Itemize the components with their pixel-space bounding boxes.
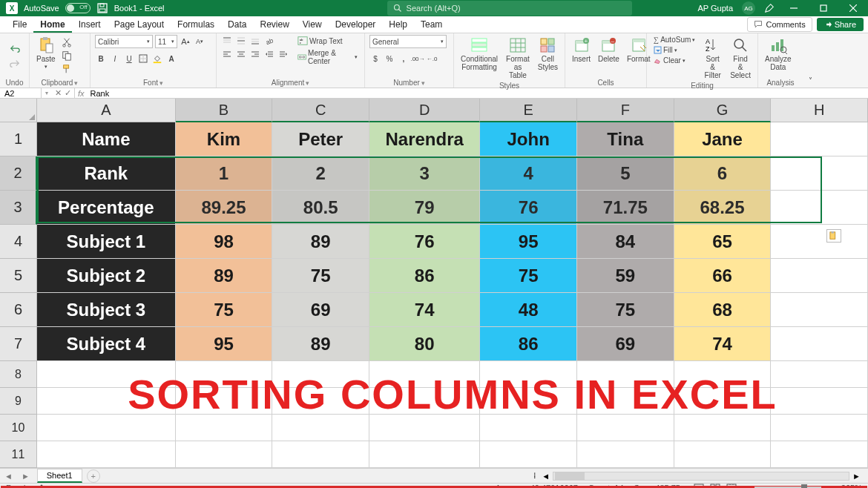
cell-C3[interactable]: 80.5 [272, 191, 369, 225]
cell-D11[interactable] [369, 441, 480, 468]
cell-C2[interactable]: 2 [272, 156, 369, 191]
scroll-right-button[interactable]: ► [849, 472, 864, 481]
menu-page-layout[interactable]: Page Layout [108, 16, 171, 33]
cell-D4[interactable]: 76 [369, 225, 480, 259]
copy-button[interactable] [61, 50, 73, 62]
row-header-9[interactable]: 9 [0, 388, 37, 415]
enter-formula-button[interactable]: ✓ [65, 88, 71, 98]
cell-G5[interactable]: 66 [674, 259, 772, 293]
menu-help[interactable]: Help [382, 16, 414, 33]
menu-data[interactable]: Data [221, 16, 253, 33]
cell-A3[interactable]: Percentage [37, 191, 176, 225]
share-button[interactable]: Share [817, 18, 864, 31]
menu-formulas[interactable]: Formulas [171, 16, 221, 33]
cell-E6[interactable]: 48 [480, 293, 577, 327]
row-header-4[interactable]: 4 [0, 225, 37, 259]
cancel-formula-button[interactable]: ✕ [55, 88, 62, 98]
save-icon[interactable] [96, 2, 108, 14]
cell-C1[interactable]: Peter [272, 122, 369, 156]
row-header-10[interactable]: 10 [0, 415, 37, 441]
cell-F3[interactable]: 71.75 [577, 191, 674, 225]
increase-decimal-button[interactable]: .00→ [412, 53, 424, 65]
menu-view[interactable]: View [296, 16, 329, 33]
cell-F2[interactable]: 5 [577, 156, 674, 191]
align-top-button[interactable] [221, 35, 233, 47]
sheet-tab[interactable]: Sheet1 [37, 469, 82, 483]
user-avatar[interactable]: AG [742, 1, 755, 15]
paste-options-button[interactable] [826, 229, 841, 243]
row-header-2[interactable]: 2 [0, 156, 37, 191]
row-header-8[interactable]: 8 [0, 361, 37, 388]
cell-H3[interactable] [771, 191, 868, 225]
cell-B4[interactable]: 98 [176, 225, 273, 259]
cell-G6[interactable]: 68 [674, 293, 772, 327]
cell-E11[interactable] [480, 441, 577, 468]
conditional-formatting-button[interactable]: Conditional Formatting [458, 35, 500, 73]
cell-E2[interactable]: 4 [480, 156, 577, 191]
row-header-11[interactable]: 11 [0, 441, 37, 468]
orientation-button[interactable]: ab [263, 35, 275, 47]
cell-G4[interactable]: 65 [674, 225, 772, 259]
comments-button[interactable]: Comments [747, 17, 812, 32]
row-header-1[interactable]: 1 [0, 122, 37, 156]
column-header-G[interactable]: G [674, 99, 772, 122]
horizontal-scrollbar[interactable] [553, 472, 849, 481]
cell-H11[interactable] [771, 441, 868, 468]
cell-H5[interactable] [771, 259, 868, 293]
cell-C7[interactable]: 89 [272, 327, 369, 361]
close-button[interactable] [843, 0, 864, 16]
cell-A6[interactable]: Subject 3 [37, 293, 176, 327]
cell-G10[interactable] [674, 415, 772, 441]
cell-A7[interactable]: Subject 4 [37, 327, 176, 361]
cell-F6[interactable]: 75 [577, 293, 674, 327]
sort-filter-button[interactable]: AZSort & Filter [700, 35, 725, 81]
cell-styles-button[interactable]: Cell Styles [536, 35, 560, 73]
fill-color-button[interactable] [151, 53, 163, 65]
align-middle-button[interactable] [235, 35, 247, 47]
menu-team[interactable]: Team [414, 16, 449, 33]
cell-E3[interactable]: 76 [480, 191, 577, 225]
cell-G11[interactable] [674, 441, 772, 468]
cell-H7[interactable] [771, 327, 868, 361]
select-all-corner[interactable] [0, 99, 37, 122]
cell-A11[interactable] [37, 441, 176, 468]
align-center-button[interactable] [235, 48, 247, 60]
formula-input[interactable]: Rank [88, 89, 868, 98]
cell-E1[interactable]: John [480, 122, 577, 156]
cell-A10[interactable] [37, 415, 176, 441]
menu-developer[interactable]: Developer [329, 16, 383, 33]
row-header-7[interactable]: 7 [0, 327, 37, 361]
decrease-indent-button[interactable] [263, 48, 275, 60]
cell-C4[interactable]: 89 [272, 225, 369, 259]
column-header-F[interactable]: F [577, 99, 674, 122]
column-header-H[interactable]: H [771, 99, 868, 122]
cell-B7[interactable]: 95 [176, 327, 273, 361]
autosave-toggle[interactable] [65, 3, 91, 13]
row-header-3[interactable]: 3 [0, 191, 37, 225]
cell-D2[interactable]: 3 [369, 156, 480, 191]
fill-button[interactable]: Fill ▾ [651, 45, 697, 55]
cell-E7[interactable]: 86 [480, 327, 577, 361]
cell-D5[interactable]: 86 [369, 259, 480, 293]
wrap-text-button[interactable]: abcWrap Text [295, 35, 360, 47]
name-box[interactable]: A2 [0, 88, 42, 98]
cell-E4[interactable]: 95 [480, 225, 577, 259]
align-bottom-button[interactable] [249, 35, 261, 47]
italic-button[interactable]: I [109, 53, 121, 65]
add-sheet-button[interactable]: + [87, 469, 100, 483]
cell-D1[interactable]: Narendra [369, 122, 480, 156]
merge-center-button[interactable]: Merge & Center ▾ [295, 48, 360, 66]
cell-A1[interactable]: Name [37, 122, 176, 156]
menu-file[interactable]: File [6, 16, 33, 33]
cell-B5[interactable]: 89 [176, 259, 273, 293]
cell-F11[interactable] [577, 441, 674, 468]
cell-H4[interactable] [771, 225, 868, 259]
percent-format-button[interactable]: % [384, 53, 395, 65]
user-name[interactable]: AP Gupta [698, 4, 734, 13]
cell-B1[interactable]: Kim [176, 122, 273, 156]
fx-icon[interactable]: fx [75, 89, 88, 98]
analyze-data-button[interactable]: Analyze Data [763, 35, 794, 73]
minimize-button[interactable] [783, 0, 804, 16]
cell-F10[interactable] [577, 415, 674, 441]
cell-F4[interactable]: 84 [577, 225, 674, 259]
